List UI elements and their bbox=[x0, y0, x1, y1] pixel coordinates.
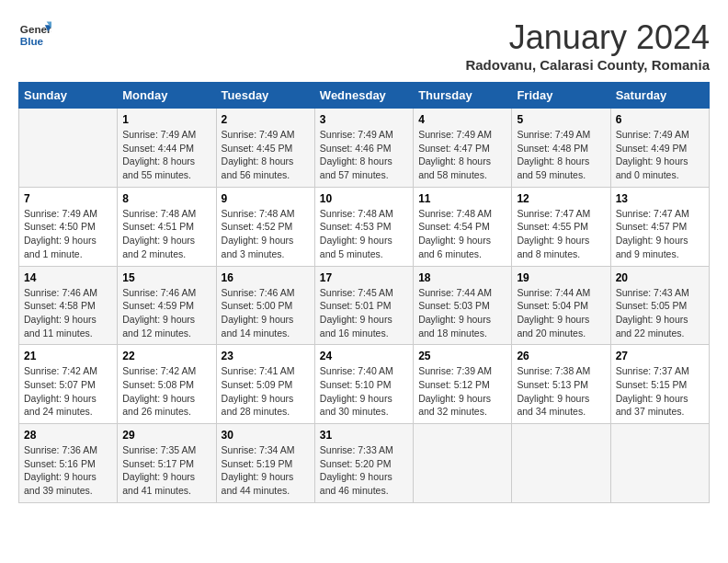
day-number: 6 bbox=[616, 113, 704, 126]
day-number: 14 bbox=[24, 271, 112, 284]
day-info: Sunrise: 7:44 AM Sunset: 5:03 PM Dayligh… bbox=[418, 286, 506, 340]
week-row-4: 21Sunrise: 7:42 AM Sunset: 5:07 PM Dayli… bbox=[19, 345, 710, 424]
calendar-cell: 20Sunrise: 7:43 AM Sunset: 5:05 PM Dayli… bbox=[610, 266, 709, 345]
calendar-cell: 17Sunrise: 7:45 AM Sunset: 5:01 PM Dayli… bbox=[314, 266, 413, 345]
calendar-cell: 24Sunrise: 7:40 AM Sunset: 5:10 PM Dayli… bbox=[314, 345, 413, 424]
day-number: 25 bbox=[418, 350, 506, 362]
day-header-friday: Friday bbox=[512, 83, 610, 109]
day-number: 16 bbox=[222, 271, 310, 284]
week-row-2: 7Sunrise: 7:49 AM Sunset: 4:50 PM Daylig… bbox=[19, 187, 710, 266]
day-info: Sunrise: 7:39 AM Sunset: 5:12 PM Dayligh… bbox=[418, 364, 506, 419]
day-info: Sunrise: 7:48 AM Sunset: 4:52 PM Dayligh… bbox=[222, 207, 310, 261]
calendar-cell: 15Sunrise: 7:46 AM Sunset: 4:59 PM Dayli… bbox=[118, 266, 216, 345]
day-info: Sunrise: 7:42 AM Sunset: 5:07 PM Dayligh… bbox=[24, 364, 112, 419]
day-number: 9 bbox=[222, 192, 310, 205]
calendar-cell bbox=[610, 424, 709, 503]
day-number: 12 bbox=[517, 192, 605, 205]
day-number: 29 bbox=[122, 429, 210, 442]
day-info: Sunrise: 7:49 AM Sunset: 4:49 PM Dayligh… bbox=[616, 128, 704, 182]
calendar-cell bbox=[19, 109, 118, 188]
day-number: 13 bbox=[616, 192, 704, 205]
day-number: 11 bbox=[418, 192, 506, 205]
day-info: Sunrise: 7:45 AM Sunset: 5:01 PM Dayligh… bbox=[320, 286, 408, 340]
calendar-cell: 27Sunrise: 7:37 AM Sunset: 5:15 PM Dayli… bbox=[610, 345, 709, 424]
day-number: 31 bbox=[320, 429, 408, 442]
day-number: 21 bbox=[24, 350, 112, 362]
day-header-thursday: Thursday bbox=[414, 83, 512, 109]
day-header-sunday: Sunday bbox=[19, 83, 118, 109]
day-number: 23 bbox=[222, 350, 310, 362]
day-info: Sunrise: 7:34 AM Sunset: 5:19 PM Dayligh… bbox=[222, 443, 310, 498]
day-info: Sunrise: 7:47 AM Sunset: 4:55 PM Dayligh… bbox=[517, 207, 605, 261]
calendar-cell: 26Sunrise: 7:38 AM Sunset: 5:13 PM Dayli… bbox=[512, 345, 610, 424]
day-info: Sunrise: 7:49 AM Sunset: 4:47 PM Dayligh… bbox=[418, 128, 506, 182]
calendar-cell: 31Sunrise: 7:33 AM Sunset: 5:20 PM Dayli… bbox=[314, 424, 413, 503]
calendar-cell: 4Sunrise: 7:49 AM Sunset: 4:47 PM Daylig… bbox=[414, 109, 512, 188]
location-title: Radovanu, Calarasi County, Romania bbox=[465, 57, 710, 73]
calendar-table: SundayMondayTuesdayWednesdayThursdayFrid… bbox=[18, 82, 710, 503]
week-row-1: 1Sunrise: 7:49 AM Sunset: 4:44 PM Daylig… bbox=[19, 109, 710, 188]
day-info: Sunrise: 7:48 AM Sunset: 4:51 PM Dayligh… bbox=[122, 207, 210, 261]
day-header-tuesday: Tuesday bbox=[216, 83, 314, 109]
day-info: Sunrise: 7:46 AM Sunset: 4:59 PM Dayligh… bbox=[122, 286, 210, 340]
day-info: Sunrise: 7:33 AM Sunset: 5:20 PM Dayligh… bbox=[320, 443, 408, 498]
day-number: 18 bbox=[418, 271, 506, 284]
calendar-cell: 25Sunrise: 7:39 AM Sunset: 5:12 PM Dayli… bbox=[414, 345, 512, 424]
day-number: 28 bbox=[24, 429, 112, 442]
week-row-3: 14Sunrise: 7:46 AM Sunset: 4:58 PM Dayli… bbox=[19, 266, 710, 345]
day-number: 27 bbox=[616, 350, 704, 362]
svg-text:General: General bbox=[20, 23, 51, 35]
day-number: 4 bbox=[418, 113, 506, 126]
day-info: Sunrise: 7:47 AM Sunset: 4:57 PM Dayligh… bbox=[616, 207, 704, 261]
day-info: Sunrise: 7:46 AM Sunset: 5:00 PM Dayligh… bbox=[222, 286, 310, 340]
day-info: Sunrise: 7:49 AM Sunset: 4:48 PM Dayligh… bbox=[517, 128, 605, 182]
day-info: Sunrise: 7:49 AM Sunset: 4:46 PM Dayligh… bbox=[320, 128, 408, 182]
day-info: Sunrise: 7:46 AM Sunset: 4:58 PM Dayligh… bbox=[24, 286, 112, 340]
calendar-cell: 9Sunrise: 7:48 AM Sunset: 4:52 PM Daylig… bbox=[216, 187, 314, 266]
calendar-cell: 28Sunrise: 7:36 AM Sunset: 5:16 PM Dayli… bbox=[19, 424, 118, 503]
day-number: 19 bbox=[517, 271, 605, 284]
calendar-cell: 29Sunrise: 7:35 AM Sunset: 5:17 PM Dayli… bbox=[118, 424, 216, 503]
day-info: Sunrise: 7:48 AM Sunset: 4:54 PM Dayligh… bbox=[418, 207, 506, 261]
day-number: 7 bbox=[24, 192, 112, 205]
calendar-cell: 1Sunrise: 7:49 AM Sunset: 4:44 PM Daylig… bbox=[118, 109, 216, 188]
day-number: 10 bbox=[320, 192, 408, 205]
day-info: Sunrise: 7:41 AM Sunset: 5:09 PM Dayligh… bbox=[222, 364, 310, 419]
day-number: 1 bbox=[122, 113, 210, 126]
day-number: 20 bbox=[616, 271, 704, 284]
day-number: 2 bbox=[222, 113, 310, 126]
day-info: Sunrise: 7:44 AM Sunset: 5:04 PM Dayligh… bbox=[517, 286, 605, 340]
calendar-cell: 19Sunrise: 7:44 AM Sunset: 5:04 PM Dayli… bbox=[512, 266, 610, 345]
day-info: Sunrise: 7:49 AM Sunset: 4:44 PM Dayligh… bbox=[122, 128, 210, 182]
day-number: 3 bbox=[320, 113, 408, 126]
day-info: Sunrise: 7:38 AM Sunset: 5:13 PM Dayligh… bbox=[517, 364, 605, 419]
calendar-cell: 14Sunrise: 7:46 AM Sunset: 4:58 PM Dayli… bbox=[19, 266, 118, 345]
calendar-cell: 11Sunrise: 7:48 AM Sunset: 4:54 PM Dayli… bbox=[414, 187, 512, 266]
month-title: January 2024 bbox=[465, 18, 710, 57]
logo-icon: General Blue bbox=[18, 18, 51, 52]
calendar-cell: 10Sunrise: 7:48 AM Sunset: 4:53 PM Dayli… bbox=[314, 187, 413, 266]
day-number: 8 bbox=[122, 192, 210, 205]
day-info: Sunrise: 7:36 AM Sunset: 5:16 PM Dayligh… bbox=[24, 443, 112, 498]
calendar-cell: 2Sunrise: 7:49 AM Sunset: 4:45 PM Daylig… bbox=[216, 109, 314, 188]
calendar-cell: 22Sunrise: 7:42 AM Sunset: 5:08 PM Dayli… bbox=[118, 345, 216, 424]
day-info: Sunrise: 7:42 AM Sunset: 5:08 PM Dayligh… bbox=[122, 364, 210, 419]
calendar-cell: 23Sunrise: 7:41 AM Sunset: 5:09 PM Dayli… bbox=[216, 345, 314, 424]
calendar-cell: 5Sunrise: 7:49 AM Sunset: 4:48 PM Daylig… bbox=[512, 109, 610, 188]
day-info: Sunrise: 7:40 AM Sunset: 5:10 PM Dayligh… bbox=[320, 364, 408, 419]
day-info: Sunrise: 7:35 AM Sunset: 5:17 PM Dayligh… bbox=[122, 443, 210, 498]
calendar-cell: 30Sunrise: 7:34 AM Sunset: 5:19 PM Dayli… bbox=[216, 424, 314, 503]
day-header-monday: Monday bbox=[118, 83, 216, 109]
day-number: 30 bbox=[222, 429, 310, 442]
title-area: January 2024 Radovanu, Calarasi County, … bbox=[465, 18, 710, 73]
day-number: 15 bbox=[122, 271, 210, 284]
day-number: 22 bbox=[122, 350, 210, 362]
day-info: Sunrise: 7:49 AM Sunset: 4:50 PM Dayligh… bbox=[24, 207, 112, 261]
day-header-saturday: Saturday bbox=[610, 83, 709, 109]
day-info: Sunrise: 7:48 AM Sunset: 4:53 PM Dayligh… bbox=[320, 207, 408, 261]
week-row-5: 28Sunrise: 7:36 AM Sunset: 5:16 PM Dayli… bbox=[19, 424, 710, 503]
calendar-cell: 12Sunrise: 7:47 AM Sunset: 4:55 PM Dayli… bbox=[512, 187, 610, 266]
calendar-cell: 6Sunrise: 7:49 AM Sunset: 4:49 PM Daylig… bbox=[610, 109, 709, 188]
logo: General Blue General Blue bbox=[18, 18, 51, 52]
day-header-wednesday: Wednesday bbox=[314, 83, 413, 109]
